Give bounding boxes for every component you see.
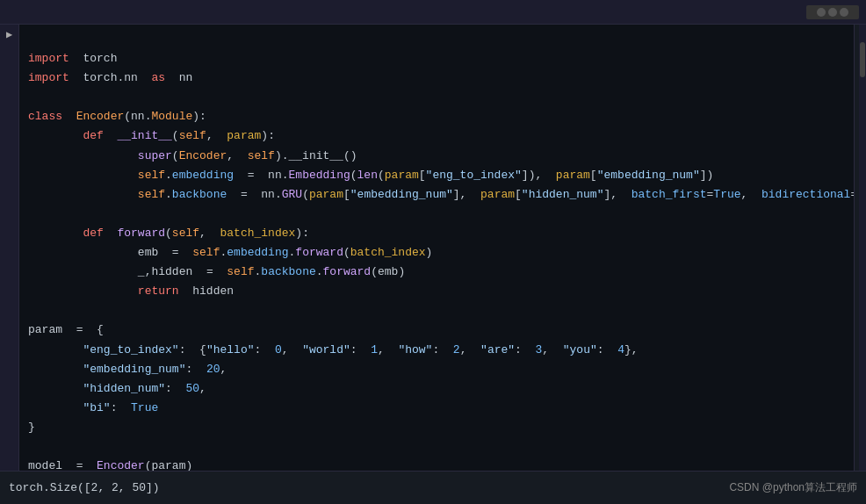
top-bar-buttons — [806, 5, 859, 19]
run-button-area[interactable]: ▶ — [0, 25, 19, 471]
editor-container: ▶ import torch import torch.nn as nn cla… — [0, 0, 866, 504]
watermark-text: CSDN @python算法工程师 — [729, 480, 857, 495]
scrollbar-thumb[interactable] — [860, 42, 865, 77]
scrollbar-vertical[interactable] — [859, 25, 866, 471]
run-icon[interactable]: ▶ — [4, 28, 16, 40]
code-content: import torch import torch.nn as nn class… — [19, 25, 854, 471]
code-area[interactable]: import torch import torch.nn as nn class… — [19, 25, 854, 471]
top-bar — [0, 0, 866, 25]
main-area: ▶ import torch import torch.nn as nn cla… — [0, 25, 866, 471]
output-bar: torch.Size([2, 2, 50]) CSDN @python算法工程师 — [0, 471, 866, 504]
output-text: torch.Size([2, 2, 50]) — [9, 481, 160, 494]
